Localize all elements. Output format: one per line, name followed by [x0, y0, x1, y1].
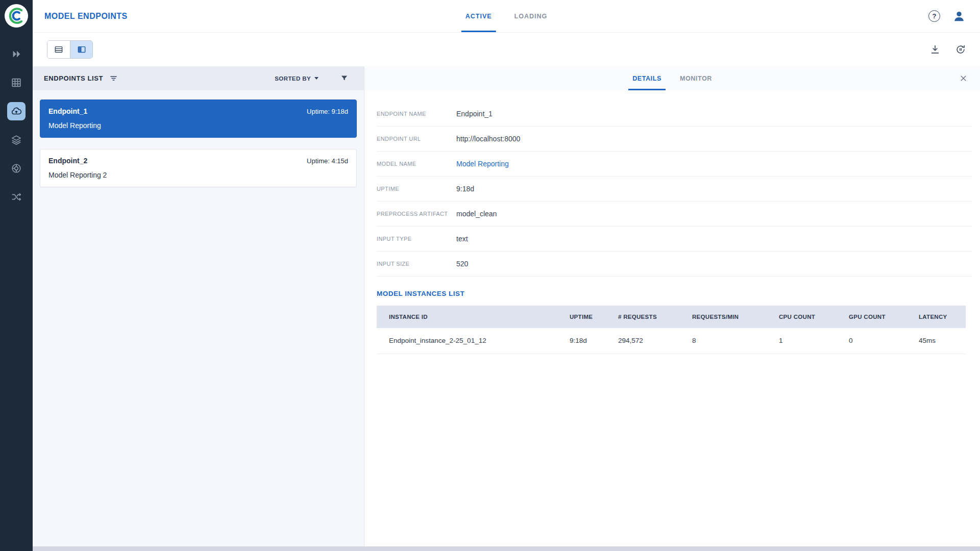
sidebar [0, 0, 33, 551]
field-value: model_clean [456, 210, 497, 218]
cell-requests-min: 8 [688, 328, 775, 354]
field-label: UPTIME [377, 186, 456, 192]
col-latency: LATENCY [915, 306, 966, 328]
projects-grid-icon[interactable] [7, 73, 26, 92]
endpoint-list-item[interactable]: Endpoint_1 Uptime: 9:18d Model Reporting [40, 99, 357, 138]
field-label: ENDPOINT NAME [377, 111, 456, 117]
tab-loading[interactable]: LOADING [503, 0, 559, 32]
double-chevron-icon[interactable] [7, 45, 26, 63]
field-value: Endpoint_1 [456, 110, 493, 118]
field-row: UPTIME 9:18d [377, 177, 972, 202]
col-requests: # REQUESTS [614, 306, 688, 328]
field-label: ENDPOINT URL [377, 136, 456, 142]
endpoints-list: Endpoint_1 Uptime: 9:18d Model Reporting… [33, 90, 364, 550]
pipelines-icon[interactable] [7, 188, 26, 206]
datasets-icon[interactable] [7, 159, 26, 178]
content-split: ENDPOINTS LIST SORTED BY En [33, 66, 980, 550]
main-area: MODEL ENDPOINTS ACTIVE LOADING ? [33, 0, 980, 551]
field-label: INPUT TYPE [377, 236, 456, 242]
details-panel: DETAILS MONITOR ENDPOINT NAME Endpoint_1… [364, 66, 980, 550]
toolbar-right [929, 43, 967, 56]
field-row: INPUT TYPE text [377, 227, 972, 252]
sorted-by-dropdown[interactable]: SORTED BY [275, 76, 318, 82]
app-root: MODEL ENDPOINTS ACTIVE LOADING ? [0, 0, 980, 551]
field-value: 9:18d [456, 185, 474, 193]
chevron-down-icon [314, 77, 318, 80]
endpoints-panel-header: ENDPOINTS LIST SORTED BY [33, 66, 364, 90]
endpoint-uptime: Uptime: 9:18d [307, 108, 348, 115]
close-icon[interactable] [958, 73, 969, 84]
details-body: ENDPOINT NAME Endpoint_1 ENDPOINT URL ht… [364, 90, 980, 550]
field-label: INPUT SIZE [377, 261, 456, 267]
field-row: ENDPOINT URL http://localhost:8000 [377, 127, 972, 152]
col-instance-id: INSTANCE ID [377, 306, 566, 328]
col-gpu-count: GPU COUNT [845, 306, 915, 328]
field-row: ENDPOINT NAME Endpoint_1 [377, 102, 972, 127]
cell-instance-id: Endpoint_instance_2-25_01_12 [377, 328, 566, 354]
col-cpu-count: CPU COUNT [775, 306, 845, 328]
col-requests-min: REQUESTS/MIN [688, 306, 775, 328]
toolbar [33, 33, 980, 66]
endpoint-uptime: Uptime: 4:15d [307, 157, 348, 165]
cell-requests: 294,572 [614, 328, 688, 354]
page-title: MODEL ENDPOINTS [44, 12, 128, 21]
user-avatar-icon[interactable] [951, 9, 967, 24]
cell-cpu-count: 1 [775, 328, 845, 354]
model-instances-table: INSTANCE ID UPTIME # REQUESTS REQUESTS/M… [377, 306, 966, 354]
tab-active[interactable]: ACTIVE [454, 0, 503, 32]
model-name-link[interactable]: Model Reporting [456, 160, 509, 168]
endpoint-name: Endpoint_1 [48, 107, 87, 115]
field-label: MODEL NAME [377, 161, 456, 167]
header-tabs: ACTIVE LOADING [454, 0, 558, 32]
details-tabs-bar: DETAILS MONITOR [364, 66, 980, 90]
filter-funnel-icon[interactable] [340, 74, 349, 83]
tab-details[interactable]: DETAILS [623, 66, 671, 90]
tab-monitor[interactable]: MONITOR [671, 66, 721, 90]
split-view-icon[interactable] [70, 41, 92, 58]
endpoints-list-title: ENDPOINTS LIST [44, 74, 103, 82]
col-uptime: UPTIME [566, 306, 614, 328]
endpoint-list-item[interactable]: Endpoint_2 Uptime: 4:15d Model Reporting… [40, 149, 357, 187]
horizontal-scrollbar[interactable] [33, 546, 980, 551]
view-toggle-group [47, 40, 93, 59]
field-value: 520 [456, 260, 468, 268]
field-row: PREPROCESS ARTIFACT model_clean [377, 202, 972, 227]
cell-uptime: 9:18d [566, 328, 614, 354]
cell-gpu-count: 0 [845, 328, 915, 354]
endpoint-model: Model Reporting 2 [48, 171, 348, 179]
help-icon[interactable]: ? [928, 10, 940, 22]
top-header: MODEL ENDPOINTS ACTIVE LOADING ? [33, 0, 980, 33]
clearml-logo[interactable] [5, 4, 28, 28]
layers-icon[interactable] [7, 131, 26, 149]
sorted-by-label: SORTED BY [275, 76, 311, 82]
table-view-icon[interactable] [47, 41, 70, 58]
logo-glyph [6, 6, 27, 26]
field-label: PREPROCESS ARTIFACT [377, 211, 456, 217]
endpoint-model: Model Reporting [48, 121, 348, 130]
endpoint-item-top: Endpoint_1 Uptime: 9:18d [48, 107, 348, 115]
auto-refresh-icon[interactable] [954, 43, 967, 56]
field-row: INPUT SIZE 520 [377, 252, 972, 277]
endpoint-name: Endpoint_2 [48, 157, 87, 165]
endpoint-item-top: Endpoint_2 Uptime: 4:15d [48, 157, 348, 165]
filter-list-icon[interactable] [109, 74, 118, 83]
details-fields: ENDPOINT NAME Endpoint_1 ENDPOINT URL ht… [377, 102, 972, 277]
cell-latency: 45ms [915, 328, 966, 354]
table-header-row: INSTANCE ID UPTIME # REQUESTS REQUESTS/M… [377, 306, 966, 328]
field-row: MODEL NAME Model Reporting [377, 152, 972, 177]
model-instances-section: MODEL INSTANCES LIST INSTANCE ID UPTIME … [377, 290, 966, 354]
field-value: http://localhost:8000 [456, 135, 520, 143]
download-icon[interactable] [929, 43, 941, 56]
field-value: text [456, 235, 468, 243]
model-instances-title: MODEL INSTANCES LIST [377, 290, 966, 297]
header-right: ? [928, 9, 967, 24]
model-endpoints-icon[interactable] [7, 102, 26, 120]
table-row[interactable]: Endpoint_instance_2-25_01_12 9:18d 294,5… [377, 328, 966, 354]
endpoints-panel: ENDPOINTS LIST SORTED BY En [33, 66, 364, 550]
